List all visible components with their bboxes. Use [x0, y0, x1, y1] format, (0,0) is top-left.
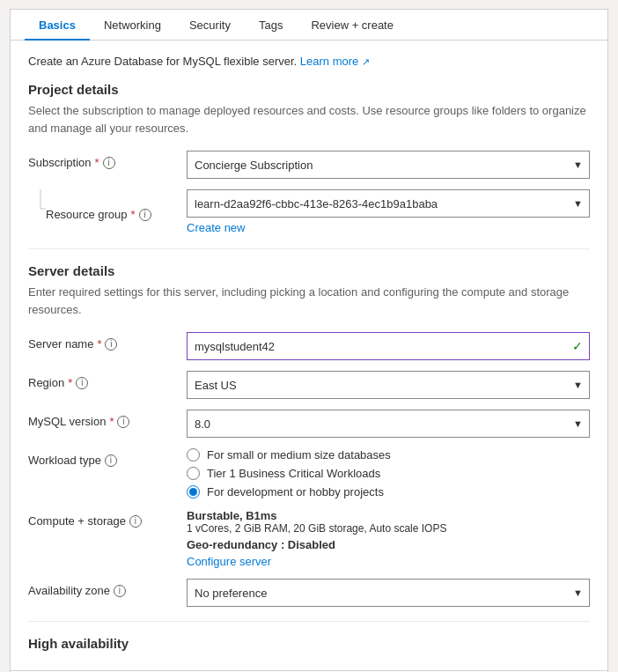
workload-label: Workload type i: [28, 448, 187, 467]
resource-group-info-icon[interactable]: i: [139, 209, 151, 221]
availability-zone-control: No preference ▼: [187, 579, 590, 607]
configure-server-link[interactable]: Configure server: [187, 555, 271, 568]
tab-tags[interactable]: Tags: [245, 10, 297, 41]
server-details-desc: Enter required settings for this server,…: [28, 284, 590, 318]
compute-storage-row: Compute + storage i Burstable, B1ms 1 vC…: [28, 509, 590, 568]
workload-radio-group: For small or medium size databases Tier …: [187, 448, 590, 498]
section-divider-2: [28, 621, 590, 622]
workload-option-dev-hobby[interactable]: For development or hobby projects: [187, 485, 590, 498]
region-row: Region * i East US ▼: [28, 371, 590, 399]
tab-bar: Basics Networking Security Tags Review +…: [11, 10, 607, 41]
mysql-version-info-icon[interactable]: i: [117, 416, 129, 428]
tab-basics[interactable]: Basics: [25, 10, 90, 41]
workload-info-icon[interactable]: i: [105, 454, 117, 467]
region-required: *: [68, 376, 72, 389]
intro-text: Create an Azure Database for MySQL flexi…: [28, 55, 590, 68]
workload-option-tier1[interactable]: Tier 1 Business Critical Workloads: [187, 467, 590, 480]
project-details-title: Project details: [28, 82, 590, 97]
subscription-select-wrapper: Concierge Subscription ▼: [187, 151, 590, 179]
main-card: Basics Networking Security Tags Review +…: [10, 9, 608, 672]
rg-indent-line: [28, 189, 46, 234]
region-label: Region * i: [28, 371, 187, 389]
tab-networking[interactable]: Networking: [90, 10, 175, 41]
mysql-version-select-wrapper: 8.0 ▼: [187, 410, 590, 438]
rg-connector-svg: [28, 189, 46, 228]
geo-redundancy: Geo-redundancy : Disabled: [187, 538, 590, 551]
subscription-required: *: [95, 156, 99, 169]
region-select[interactable]: East US: [187, 371, 590, 399]
compute-storage-label: Compute + storage i: [28, 509, 187, 528]
server-name-input-wrapper: ✓: [187, 332, 590, 360]
subscription-row: Subscription * i Concierge Subscription …: [28, 151, 590, 179]
mysql-version-label: MySQL version * i: [28, 410, 187, 428]
mysql-version-control: 8.0 ▼: [187, 410, 590, 438]
resource-group-label: Resource group * i: [46, 189, 187, 234]
subscription-select[interactable]: Concierge Subscription: [187, 151, 590, 179]
resource-group-select[interactable]: learn-d2aa92f6-cbbc-413e-8263-4ec1b9a1ba…: [187, 189, 590, 218]
server-name-info-icon[interactable]: i: [105, 338, 117, 351]
high-availability-section: High availability: [28, 636, 590, 651]
compute-tier: Burstable, B1ms: [187, 509, 590, 522]
workload-control: For small or medium size databases Tier …: [187, 448, 590, 498]
subscription-label: Subscription * i: [28, 151, 187, 169]
availability-zone-row: Availability zone i No preference ▼: [28, 579, 590, 607]
availability-zone-label: Availability zone i: [28, 579, 187, 597]
workload-option-small-medium[interactable]: For small or medium size databases: [187, 448, 590, 462]
region-control: East US ▼: [187, 371, 590, 399]
compute-sub: 1 vCores, 2 GiB RAM, 20 GiB storage, Aut…: [187, 522, 590, 535]
workload-radio-tier1[interactable]: [187, 467, 200, 480]
subscription-control: Concierge Subscription ▼: [187, 151, 590, 179]
mysql-version-required: *: [109, 415, 114, 428]
region-info-icon[interactable]: i: [76, 377, 88, 389]
content-area: Create an Azure Database for MySQL flexi…: [11, 41, 607, 670]
server-name-valid-icon: ✓: [572, 339, 583, 353]
server-details-title: Server details: [28, 263, 590, 278]
server-name-required: *: [97, 337, 101, 351]
high-availability-title: High availability: [28, 636, 590, 651]
server-name-row: Server name * i ✓: [28, 332, 590, 360]
mysql-version-select[interactable]: 8.0: [187, 410, 590, 438]
availability-zone-info-icon[interactable]: i: [114, 585, 126, 597]
compute-storage-control: Burstable, B1ms 1 vCores, 2 GiB RAM, 20 …: [187, 509, 590, 568]
availability-zone-select-wrapper: No preference ▼: [187, 579, 590, 607]
resource-group-control: learn-d2aa92f6-cbbc-413e-8263-4ec1b9a1ba…: [187, 189, 590, 234]
tab-security[interactable]: Security: [175, 10, 245, 41]
workload-radio-small-medium[interactable]: [187, 448, 200, 462]
resource-group-container: Resource group * i learn-d2aa92f6-cbbc-4…: [28, 189, 590, 234]
mysql-version-row: MySQL version * i 8.0 ▼: [28, 410, 590, 438]
workload-radio-dev-hobby[interactable]: [187, 485, 200, 498]
server-name-control: ✓: [187, 332, 590, 360]
workload-row: Workload type i For small or medium size…: [28, 448, 590, 498]
compute-storage-info-icon[interactable]: i: [129, 515, 142, 528]
server-name-label: Server name * i: [28, 332, 187, 351]
section-divider-1: [28, 248, 590, 249]
project-details-desc: Select the subscription to manage deploy…: [28, 102, 590, 137]
availability-zone-select[interactable]: No preference: [187, 579, 590, 607]
create-new-link[interactable]: Create new: [187, 221, 245, 234]
subscription-info-icon[interactable]: i: [103, 157, 115, 169]
resource-group-required: *: [131, 208, 136, 221]
learn-more-link[interactable]: Learn more ↗: [300, 55, 370, 68]
tab-review-create[interactable]: Review + create: [297, 10, 408, 41]
region-select-wrapper: East US ▼: [187, 371, 590, 399]
server-name-input[interactable]: [187, 332, 590, 360]
resource-group-select-wrapper: learn-d2aa92f6-cbbc-413e-8263-4ec1b9a1ba…: [187, 189, 590, 218]
